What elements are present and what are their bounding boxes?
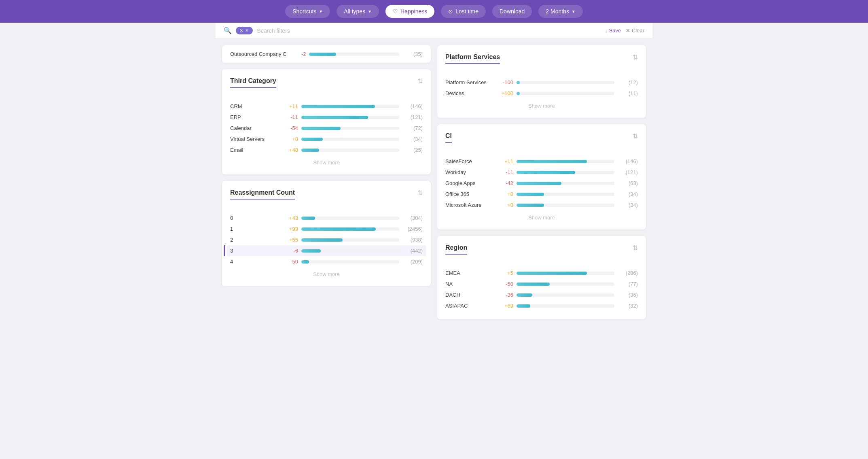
filter-badge: 3 ✕ xyxy=(236,27,253,34)
table-row[interactable]: ASIAPAC+69(32) xyxy=(445,300,638,311)
row-count: (286) xyxy=(618,270,638,276)
row-label: Office 365 xyxy=(445,191,494,197)
bar-fill xyxy=(301,116,368,119)
table-row[interactable]: Email+48(25) xyxy=(230,144,423,155)
row-label: 4 xyxy=(230,259,279,265)
table-row[interactable]: Workday-11(121) xyxy=(445,167,638,178)
reassignment-rows: 0+43(304)1+99(2456)2+55(938)3-6(442)4-50… xyxy=(230,212,423,267)
row-label: ERP xyxy=(230,114,279,120)
bar-container xyxy=(517,171,614,174)
reassignment-sort-icon[interactable]: ⇅ xyxy=(417,189,423,197)
row-score: +99 xyxy=(282,226,298,232)
bar-container xyxy=(301,227,399,231)
all-types-button[interactable]: All types ▼ xyxy=(337,5,379,18)
table-row[interactable]: Devices+100(11) xyxy=(445,88,638,99)
bar-fill xyxy=(517,204,544,207)
bar-container xyxy=(301,217,399,220)
row-score: +55 xyxy=(282,237,298,243)
bar-container xyxy=(301,116,399,119)
bar-container xyxy=(517,92,614,95)
ci-header: CI ⇅ xyxy=(445,132,638,149)
region-header: Region ⇅ xyxy=(445,244,638,261)
bar-container xyxy=(517,283,614,286)
bar-container xyxy=(517,293,614,297)
table-row[interactable]: CRM+11(146) xyxy=(230,101,423,112)
bar-fill xyxy=(301,249,321,253)
table-row[interactable]: Microsoft Azure+0(34) xyxy=(445,200,638,210)
row-score: +43 xyxy=(282,215,298,221)
bar-container xyxy=(517,204,614,207)
table-row[interactable]: DACH-36(36) xyxy=(445,289,638,300)
row-count: (34) xyxy=(618,202,638,208)
row-label: DACH xyxy=(445,292,494,298)
region-rows: EMEA+5(286)NA-50(77)DACH-36(36)ASIAPAC+6… xyxy=(445,268,638,311)
bar-fill xyxy=(517,272,587,275)
months-label: 2 Months xyxy=(546,8,569,15)
row-score: +5 xyxy=(497,270,513,276)
shortcuts-label: Shortcuts xyxy=(292,8,316,15)
table-row[interactable]: Virtual Servers+0(34) xyxy=(230,134,423,144)
row-label: Platform Services xyxy=(445,79,494,85)
row-count: (63) xyxy=(618,180,638,186)
right-panel: Platform Services ⇅ Platform Services-10… xyxy=(437,45,646,319)
save-button[interactable]: ↓ Save xyxy=(605,28,621,34)
table-row[interactable]: Office 365+0(34) xyxy=(445,189,638,200)
row-score: -54 xyxy=(282,125,298,131)
clear-button[interactable]: ✕ Clear xyxy=(626,28,644,34)
row-score: +0 xyxy=(497,202,513,208)
filter-clear-icon[interactable]: ✕ xyxy=(245,28,249,33)
table-row[interactable]: Google Apps-42(63) xyxy=(445,178,638,189)
lost-time-button[interactable]: ⊙ Lost time xyxy=(441,5,486,18)
bar-container xyxy=(301,138,399,141)
row-count: (36) xyxy=(618,292,638,298)
bar-container xyxy=(517,272,614,275)
ci-show-more[interactable]: Show more xyxy=(445,210,638,221)
table-row[interactable]: EMEA+5(286) xyxy=(445,268,638,278)
row-count: (72) xyxy=(402,125,423,131)
table-row[interactable]: 4-50(209) xyxy=(230,256,423,267)
bar-fill xyxy=(517,304,530,308)
row-score: +100 xyxy=(497,90,513,96)
platform-show-more[interactable]: Show more xyxy=(445,99,638,110)
row-score: +11 xyxy=(497,158,513,164)
reassignment-show-more[interactable]: Show more xyxy=(230,267,423,278)
table-row[interactable]: ERP-11(121) xyxy=(230,112,423,123)
download-button[interactable]: Download xyxy=(492,5,532,18)
table-row[interactable]: Calendar-54(72) xyxy=(230,123,423,134)
bar-fill xyxy=(517,293,532,297)
ci-sort-icon[interactable]: ⇅ xyxy=(633,132,638,140)
clock-icon: ⊙ xyxy=(448,8,453,15)
bar-container xyxy=(301,127,399,130)
table-row[interactable]: 3-6(442) xyxy=(227,245,426,256)
bar-fill xyxy=(301,227,376,231)
row-count: (938) xyxy=(402,237,423,243)
sort-icon[interactable]: ⇅ xyxy=(417,77,423,85)
bar-container xyxy=(517,304,614,308)
months-button[interactable]: 2 Months ▼ xyxy=(538,5,583,18)
table-row[interactable]: NA-50(77) xyxy=(445,278,638,289)
happiness-button[interactable]: ♡ Happiness xyxy=(385,5,434,18)
reassignment-header: Reassignment Count ⇅ xyxy=(230,189,423,206)
row-label: Calendar xyxy=(230,125,279,131)
table-row[interactable]: 2+55(938) xyxy=(230,234,423,245)
row-count: (34) xyxy=(402,136,423,142)
third-category-show-more[interactable]: Show more xyxy=(230,155,423,166)
row-score: -6 xyxy=(282,248,298,254)
third-category-panel: Third Category ⇅ CRM+11(146)ERP-11(121)C… xyxy=(222,69,431,174)
heart-icon: ♡ xyxy=(393,8,398,15)
region-sort-icon[interactable]: ⇅ xyxy=(633,244,638,252)
outsourced-bar xyxy=(309,53,336,56)
row-label: 2 xyxy=(230,237,279,243)
table-row[interactable]: Platform Services-100(12) xyxy=(445,77,638,88)
table-row[interactable]: SalesForce+11(146) xyxy=(445,156,638,167)
row-count: (121) xyxy=(618,169,638,175)
bar-fill xyxy=(301,138,323,141)
table-row[interactable]: 1+99(2456) xyxy=(230,223,423,234)
search-placeholder[interactable]: Search filters xyxy=(257,28,601,34)
row-label: NA xyxy=(445,281,494,287)
row-label: Google Apps xyxy=(445,180,494,186)
platform-sort-icon[interactable]: ⇅ xyxy=(633,53,638,61)
row-count: (121) xyxy=(402,114,423,120)
table-row[interactable]: 0+43(304) xyxy=(230,212,423,223)
shortcuts-button[interactable]: Shortcuts ▼ xyxy=(285,5,330,18)
